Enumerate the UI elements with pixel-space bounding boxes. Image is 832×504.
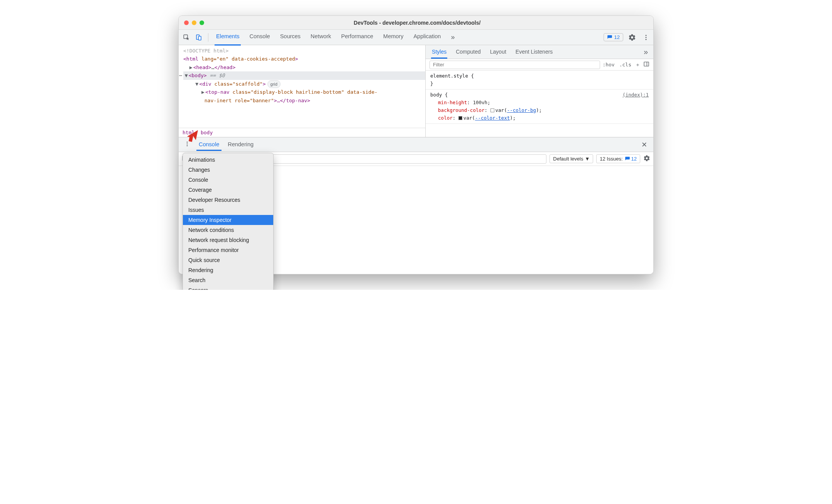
drawer-header: Console Rendering ✕ [179,137,653,152]
tab-network[interactable]: Network [309,29,333,46]
expand-icon[interactable]: ▶ [189,63,193,71]
styles-panel: Styles Computed Layout Event Listeners »… [426,45,653,137]
menu-item[interactable]: Changes [183,165,273,175]
issues-badge[interactable]: 12 [604,33,623,41]
computed-sidebar-icon[interactable] [642,61,651,68]
tab-layout[interactable]: Layout [489,45,507,59]
main-tabs: Elements Console Sources Network Perform… [215,29,602,46]
menu-item[interactable]: Search [183,275,273,285]
menu-item[interactable]: Quick source [183,255,273,265]
tab-performance[interactable]: Performance [340,29,375,46]
menu-item[interactable]: Network request blocking [183,235,273,245]
menu-item[interactable]: Console [183,175,273,185]
tab-styles[interactable]: Styles [431,45,447,59]
annotation-arrow-icon [184,127,201,145]
console-settings-icon[interactable] [643,155,650,163]
new-rule-icon[interactable]: ＋ [634,61,642,68]
dom-selected-row[interactable]: ⋯ ▼<body> == $0 [183,71,425,79]
tab-console[interactable]: Console [248,29,271,46]
cls-toggle[interactable]: .cls [617,62,634,68]
dom-tree[interactable]: <!DOCTYPE html> <html lang="en" data-coo… [179,45,425,128]
issues-link[interactable]: 12 Issues: 12 [596,154,640,163]
menu-item[interactable]: Network conditions [183,225,273,235]
minimize-window-button[interactable] [192,20,196,25]
svg-point-3 [646,35,647,36]
svg-rect-6 [644,62,649,66]
crumb-body[interactable]: body [201,130,213,135]
elements-panel: <!DOCTYPE html> <html lang="en" data-coo… [179,45,426,137]
breadcrumb: html body [179,128,425,137]
more-options-icon[interactable] [641,32,651,42]
device-toggle-icon[interactable] [193,32,204,43]
menu-item[interactable]: Developer Resources [183,195,273,205]
close-window-button[interactable] [184,20,189,25]
devtools-window: DevTools - developer.chrome.com/docs/dev… [178,15,654,274]
tab-event-listeners[interactable]: Event Listeners [515,45,554,59]
separator [208,33,208,42]
drawer-tabs-menu: AnimationsChangesConsoleCoverageDevelope… [183,153,274,290]
drawer-close-icon[interactable]: ✕ [638,139,650,151]
menu-item[interactable]: Animations [183,155,273,165]
tab-memory[interactable]: Memory [382,29,405,46]
window-title: DevTools - developer.chrome.com/docs/dev… [204,20,653,26]
styles-tabs-overflow-icon[interactable]: » [644,47,648,56]
issues-count: 12 [614,34,620,40]
tabs-overflow-icon[interactable]: » [449,29,456,46]
menu-item[interactable]: Memory Inspector [183,215,273,225]
rule-source-link[interactable]: (index):1 [622,91,649,99]
element-style-rule[interactable]: element.style { } [426,71,653,90]
menu-item[interactable]: Performance monitor [183,245,273,255]
grid-badge[interactable]: grid [267,80,281,88]
doctype: <!DOCTYPE html> [183,48,228,54]
menu-item[interactable]: Coverage [183,185,273,195]
inspect-element-icon[interactable] [181,32,192,43]
styles-filter-input[interactable] [430,61,600,69]
drawer: Console Rendering ✕ Default levels ▼ 12 … [179,137,653,274]
tab-sources[interactable]: Sources [279,29,302,46]
styles-toolbar: :hov .cls ＋ [426,59,653,71]
tab-computed[interactable]: Computed [455,45,482,59]
hov-toggle[interactable]: :hov [600,62,617,68]
styles-tabs: Styles Computed Layout Event Listeners » [426,45,653,59]
main-split: <!DOCTYPE html> <html lang="en" data-coo… [179,45,653,137]
menu-item[interactable]: Rendering [183,265,273,275]
svg-point-5 [646,39,647,40]
zoom-window-button[interactable] [200,20,204,25]
tab-application[interactable]: Application [412,29,442,46]
svg-point-4 [646,37,647,38]
settings-icon[interactable] [627,32,637,42]
titlebar: DevTools - developer.chrome.com/docs/dev… [179,16,653,30]
drawer-tab-rendering[interactable]: Rendering [225,138,256,151]
menu-item[interactable]: Issues [183,205,273,215]
tab-elements[interactable]: Elements [215,29,241,46]
styles-rules: element.style { } (index):1 body { min-h… [426,71,653,124]
svg-point-10 [187,145,188,146]
body-rule[interactable]: (index):1 body { min-height: 100vh; back… [426,90,653,124]
log-levels-select[interactable]: Default levels ▼ [550,154,593,163]
svg-rect-2 [198,36,201,40]
menu-item[interactable]: Sensors [183,285,273,290]
window-controls [179,20,204,25]
main-toolbar: Elements Console Sources Network Perform… [179,30,653,45]
chevron-down-icon: ▼ [585,156,590,162]
toolbar-right: 12 [604,32,651,42]
